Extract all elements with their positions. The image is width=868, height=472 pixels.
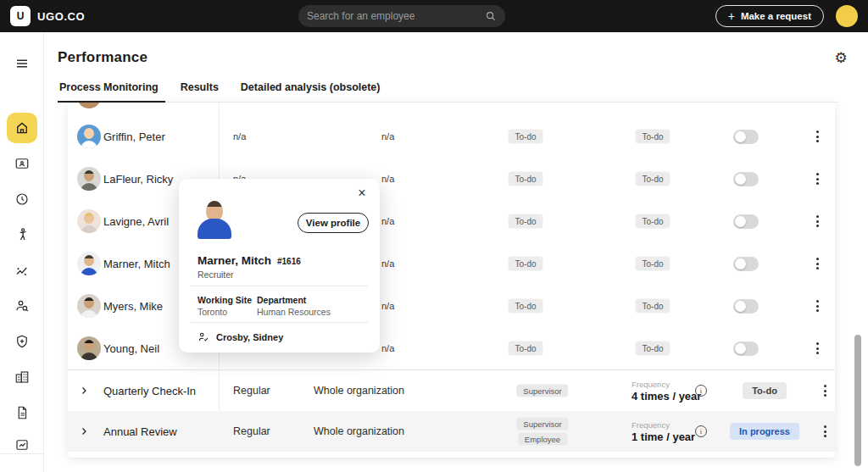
employee-name: Griffin, Peter xyxy=(103,130,165,143)
kebab-menu-icon[interactable] xyxy=(813,169,822,188)
review-cell-2: n/a xyxy=(381,216,394,226)
topbar: U UGO.CO + Make a request xyxy=(0,0,868,32)
process-name: Quarterly Check-In xyxy=(103,385,196,397)
status-badge: To-do xyxy=(635,130,670,144)
view-profile-button[interactable]: View profile xyxy=(298,213,369,233)
brand-name: UGO.CO xyxy=(37,10,85,23)
frequency-label: Frequency xyxy=(632,380,701,389)
sidebar-item-documents[interactable] xyxy=(14,405,30,420)
process-type: Regular xyxy=(233,425,270,437)
employee-profile-popup: View profile Marner, Mitch #1616 Recruit… xyxy=(179,179,380,353)
kebab-menu-icon[interactable] xyxy=(813,254,822,273)
toggle-switch[interactable] xyxy=(733,257,759,271)
make-request-button[interactable]: + Make a request xyxy=(715,5,824,27)
table-row[interactable]: Griffin, Peter n/a n/a To-do To-do xyxy=(68,115,835,158)
vertical-scrollbar-thumb[interactable] xyxy=(854,335,861,466)
sidebar-item-analytics[interactable] xyxy=(14,263,30,278)
tab-results[interactable]: Results xyxy=(179,81,220,102)
sidebar-item-benefits[interactable] xyxy=(14,334,30,349)
tab-process-monitoring[interactable]: Process Monitoring xyxy=(58,81,160,102)
process-roles: Supervisor xyxy=(516,385,568,397)
sidebar-item-company[interactable] xyxy=(14,369,30,385)
employee-name: Young, Neil xyxy=(103,342,159,355)
app-logo[interactable]: U xyxy=(10,6,31,26)
supervisor-name: Crosby, Sidney xyxy=(216,332,283,342)
info-icon[interactable] xyxy=(695,385,707,397)
sidebar-item-performance[interactable] xyxy=(14,227,30,242)
kebab-menu-icon[interactable] xyxy=(813,127,822,146)
search-input[interactable] xyxy=(307,10,485,22)
status-badge: To-do xyxy=(508,257,542,271)
popup-employee-name: Marner, Mitch xyxy=(198,254,271,267)
working-site-label: Working Site xyxy=(198,295,252,305)
sidebar-item-talent-search[interactable] xyxy=(14,298,30,314)
close-icon[interactable] xyxy=(354,186,370,201)
plus-icon: + xyxy=(728,10,735,22)
review-cell-2: n/a xyxy=(381,174,394,184)
clipped-row-avatar xyxy=(77,103,101,108)
kebab-menu-icon[interactable] xyxy=(813,212,822,230)
toggle-switch[interactable] xyxy=(733,172,759,186)
toggle-switch[interactable] xyxy=(733,130,759,144)
department-label: Department xyxy=(257,295,306,305)
sidebar-item-reports[interactable] xyxy=(14,437,30,453)
sidebar-item-home[interactable] xyxy=(7,113,37,143)
employee-avatar xyxy=(77,294,101,318)
process-name: Annual Review xyxy=(103,425,177,438)
building-icon xyxy=(14,369,30,385)
process-scope: Whole organization xyxy=(314,385,404,397)
kebab-menu-icon[interactable] xyxy=(813,339,822,358)
kebab-menu-icon[interactable] xyxy=(821,422,830,441)
status-badge: To-do xyxy=(635,257,670,271)
chevron-right-icon[interactable] xyxy=(79,386,89,396)
process-row-annual-review[interactable]: Annual Review Regular Whole organization… xyxy=(68,411,835,452)
sidebar-item-employees[interactable] xyxy=(14,156,30,171)
menu-icon[interactable] xyxy=(14,56,30,71)
review-cell-2: n/a xyxy=(381,258,394,269)
status-badge: To-do xyxy=(635,214,670,229)
clock-icon xyxy=(14,192,30,207)
role-badge: Supervisor xyxy=(516,385,568,397)
sidebar-item-schedule[interactable] xyxy=(14,192,30,207)
frequency-value: 1 time / year xyxy=(632,430,695,443)
settings-gear-icon[interactable] xyxy=(833,50,849,65)
toggle-switch[interactable] xyxy=(733,342,759,356)
logo-letter: U xyxy=(17,10,25,22)
toggle-switch[interactable] xyxy=(733,214,759,229)
process-row-quarterly-check-in[interactable]: Quarterly Check-In Regular Whole organiz… xyxy=(68,370,835,411)
info-icon[interactable] xyxy=(695,425,707,437)
process-status-badge: In progress xyxy=(730,423,799,440)
status-badge: To-do xyxy=(508,214,542,229)
make-request-label: Make a request xyxy=(741,11,811,21)
person-search-icon xyxy=(14,298,30,314)
role-badge: Employee xyxy=(518,433,567,446)
process-status-badge: To-do xyxy=(743,382,787,399)
supervisor-link[interactable]: Crosby, Sidney xyxy=(198,331,283,343)
employee-name: LaFleur, Ricky xyxy=(103,173,173,186)
status-badge: To-do xyxy=(508,299,542,314)
search-icon xyxy=(485,10,497,22)
user-avatar[interactable] xyxy=(836,5,858,27)
role-badge: Supervisor xyxy=(516,418,568,430)
frequency-block: Frequency 1 time / year xyxy=(632,420,695,443)
review-cell-2: n/a xyxy=(381,131,394,142)
kebab-menu-icon[interactable] xyxy=(813,297,822,315)
chart-box-icon xyxy=(14,437,30,453)
status-badge: To-do xyxy=(635,342,670,356)
chevron-right-icon[interactable] xyxy=(79,426,89,436)
process-roles: Supervisor Employee xyxy=(516,418,568,446)
employee-folder-icon xyxy=(14,156,30,171)
popup-employee-number: #1616 xyxy=(277,257,301,266)
employee-search[interactable] xyxy=(298,5,505,27)
tab-bar: Process Monitoring Results Detailed anal… xyxy=(58,81,839,103)
status-badge: To-do xyxy=(635,172,670,186)
tab-detailed-analysis[interactable]: Detailed analysis (obsolete) xyxy=(239,81,382,102)
working-site-value: Toronto xyxy=(198,307,227,317)
toggle-switch[interactable] xyxy=(733,299,759,314)
person-check-icon xyxy=(198,331,209,343)
process-scope: Whole organization xyxy=(314,425,404,437)
sparkline-icon xyxy=(14,263,30,278)
status-badge: To-do xyxy=(508,342,542,356)
kebab-menu-icon[interactable] xyxy=(821,381,830,400)
review-cell-1: n/a xyxy=(233,131,246,142)
